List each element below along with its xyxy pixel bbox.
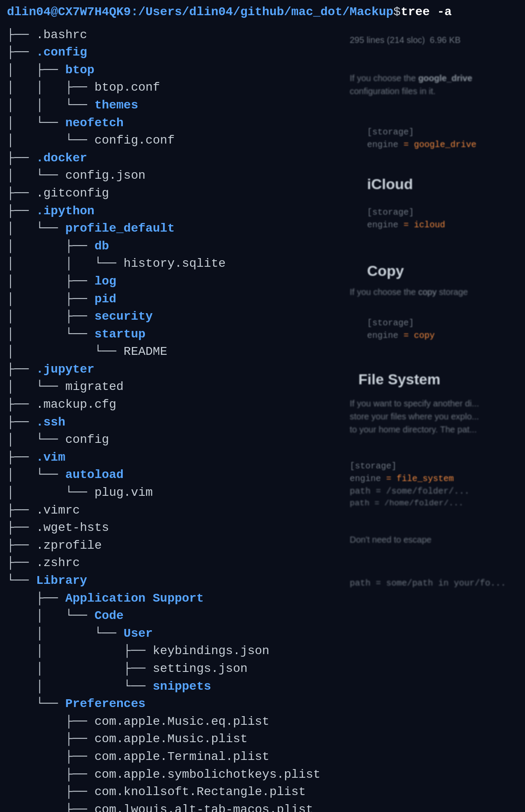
- blurred-google-drive-text: If you choose the google_driveconfigurat…: [343, 67, 525, 102]
- list-item: │ ├── settings.json: [7, 660, 518, 678]
- prompt-dollar: $: [394, 3, 401, 21]
- blurred-filesystem-text: If you want to specify another di...stor…: [343, 393, 525, 440]
- list-item: ├── com.lwouis.alt-tab-macos.plist: [7, 801, 518, 812]
- blurred-storage-google: [storage] engine = google_drive: [360, 121, 525, 155]
- escape-description: Don't need to escape: [350, 534, 518, 546]
- terminal-header: dlin04@CX7W7H4QK9:/Users/dlin04/github/m…: [0, 0, 525, 25]
- blurred-storage-copy: [storage] engine = copy: [360, 312, 525, 346]
- list-item: ├── com.apple.symbolichotkeys.plist: [7, 766, 518, 784]
- blurred-meta: 295 lines (214 sloc) 6.96 KB: [343, 26, 525, 52]
- copy-heading: Copy: [367, 260, 518, 282]
- icloud-heading: iCloud: [367, 174, 518, 195]
- list-item: │ ├── db: [7, 238, 518, 255]
- blurred-storage-icloud: [storage] engine = icloud: [360, 202, 525, 236]
- blurred-escape-text: Don't need to escape: [343, 529, 525, 550]
- copy-description: If you choose the copy storage: [350, 285, 518, 298]
- list-item: ├── com.apple.Terminal.plist: [7, 748, 518, 766]
- list-item: │ └── snippets: [7, 678, 518, 696]
- engine-fs: engine = file_system: [350, 472, 518, 485]
- engine-icloud: engine = icloud: [367, 219, 518, 231]
- prompt-path: :/Users/dlin04/github/mac_dot/Mackup: [131, 3, 394, 21]
- engine-google: engine = google_drive: [367, 138, 518, 151]
- blurred-copy-text: If you choose the copy storage: [343, 281, 525, 303]
- list-item: ├── com.knollsoft.Rectangle.plist: [7, 783, 518, 801]
- blurred-path-example: path = some/path in your/fo...: [343, 573, 525, 594]
- terminal-window: dlin04@CX7W7H4QK9:/Users/dlin04/github/m…: [0, 0, 525, 812]
- list-item: │ ├── keybindings.json: [7, 642, 518, 660]
- list-item: ├── com.apple.Music.eq.plist: [7, 713, 518, 731]
- list-item: └── Preferences: [7, 695, 518, 713]
- list-item: │ └── User: [7, 625, 518, 643]
- engine-copy: engine = copy: [367, 329, 518, 342]
- filesystem-heading: File System: [358, 369, 518, 390]
- path-fs1: path = /some/folder/...: [350, 485, 518, 498]
- list-item: ├── com.apple.Music.plist: [7, 730, 518, 748]
- meta-text: 295 lines (214 sloc) 6.96 KB: [350, 35, 461, 45]
- path-fs2: path = /home/folder/...: [350, 498, 518, 510]
- storage-label-icloud: [storage]: [367, 206, 518, 219]
- prompt-cmd: tree -a: [400, 3, 452, 21]
- blurred-storage-filesystem: [storage] engine = file_system path = /s…: [343, 455, 525, 514]
- storage-label-fs: [storage]: [350, 460, 518, 472]
- path-example: path = some/path in your/fo...: [350, 577, 518, 589]
- blurred-icloud-title: iCloud: [360, 169, 525, 199]
- prompt-user: dlin04@CX7W7H4QK9: [7, 3, 131, 21]
- list-item: ├── .zshrc: [7, 554, 518, 572]
- google-drive-description: If you choose the google_driveconfigurat…: [350, 72, 518, 98]
- storage-label-copy: [storage]: [367, 317, 518, 329]
- filesystem-description: If you want to specify another di...stor…: [350, 397, 518, 436]
- blurred-filesystem-title: File System: [351, 364, 525, 394]
- storage-label-google: [storage]: [367, 126, 518, 138]
- list-item: │ └── Code: [7, 607, 518, 625]
